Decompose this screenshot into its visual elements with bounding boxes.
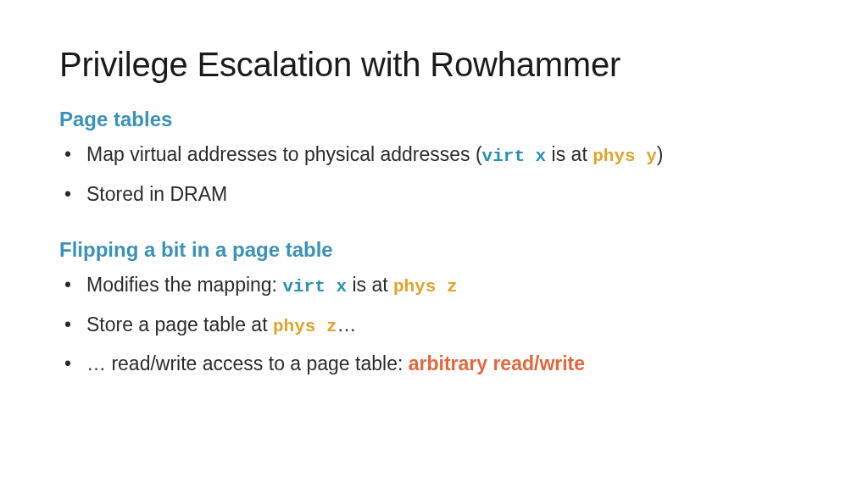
emphasized-text: arbitrary read/write <box>409 352 585 374</box>
bullet-list: Map virtual addresses to physical addres… <box>59 140 809 209</box>
text-fragment: is at <box>347 274 393 296</box>
code-phys-z: phys z <box>393 277 458 297</box>
list-item: Map virtual addresses to physical addres… <box>59 140 809 171</box>
text-fragment: Map virtual addresses to physical addres… <box>86 143 482 165</box>
code-virt-x: virt x <box>282 277 347 297</box>
text-fragment: … read/write access to a page table: <box>86 352 409 374</box>
list-item: … read/write access to a page table: arb… <box>59 349 809 380</box>
section-page-tables: Page tables Map virtual addresses to phy… <box>59 108 809 209</box>
code-phys-z: phys z <box>273 317 337 336</box>
slide-title: Privilege Escalation with Rowhammer <box>59 46 809 84</box>
section-heading: Flipping a bit in a page table <box>59 238 809 262</box>
bullet-list: Modifies the mapping: virt x is at phys … <box>59 270 809 380</box>
text-fragment: Store a page table at <box>86 313 273 336</box>
list-item: Store a page table at phys z… <box>59 310 809 341</box>
section-flipping-bit: Flipping a bit in a page table Modifies … <box>59 238 809 380</box>
list-item: Modifies the mapping: virt x is at phys … <box>59 270 809 302</box>
text-fragment: ) <box>657 143 664 165</box>
list-item: Stored in DRAM <box>59 180 809 210</box>
text-fragment: Modifies the mapping: <box>86 274 282 296</box>
text-fragment: is at <box>546 143 593 165</box>
text-fragment: … <box>337 313 357 336</box>
section-heading: Page tables <box>59 108 809 131</box>
code-phys-y: phys y <box>593 147 657 166</box>
code-virt-x: virt x <box>482 147 547 166</box>
